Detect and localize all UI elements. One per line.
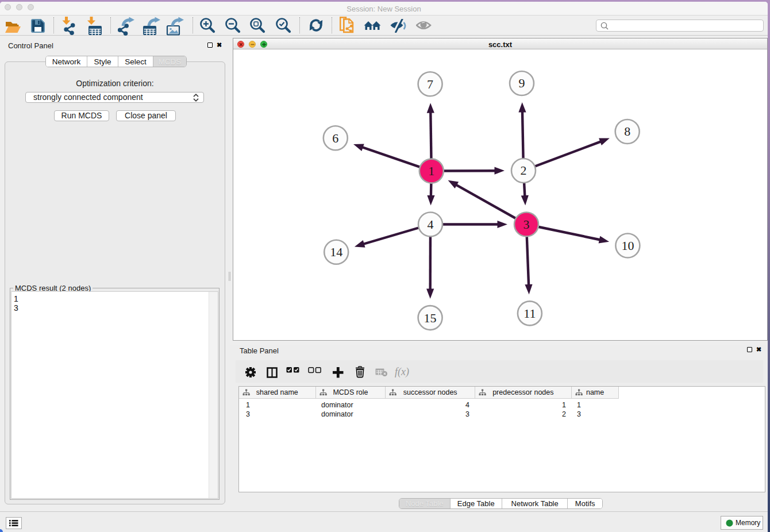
svg-text:4: 4: [428, 217, 434, 232]
svg-text:8: 8: [624, 124, 630, 138]
svg-text:2: 2: [521, 163, 527, 178]
svg-text:10: 10: [621, 238, 634, 253]
svg-text:3: 3: [523, 217, 530, 232]
svg-text:11: 11: [523, 306, 536, 321]
svg-text:9: 9: [519, 76, 525, 90]
svg-text:6: 6: [332, 131, 338, 145]
svg-text:1: 1: [428, 164, 434, 178]
svg-text:7: 7: [427, 77, 433, 91]
svg-text:15: 15: [424, 311, 437, 325]
svg-text:14: 14: [330, 245, 342, 259]
